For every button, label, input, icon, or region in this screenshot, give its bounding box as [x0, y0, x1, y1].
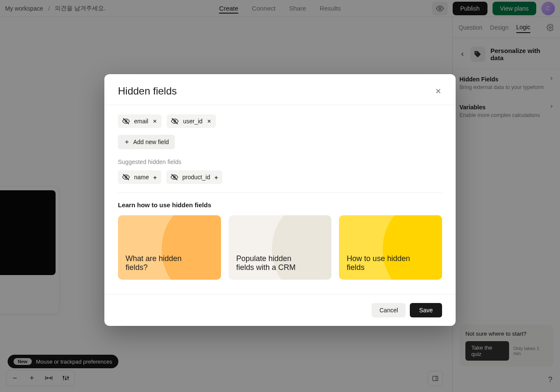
hidden-fields-modal: Hidden fields email user_id: [104, 74, 456, 326]
remove-field-button[interactable]: [152, 119, 157, 124]
cancel-button[interactable]: Cancel: [372, 303, 406, 317]
learn-card-populate-crm[interactable]: Populate hidden fields with a CRM: [229, 215, 332, 280]
save-button[interactable]: Save: [410, 303, 442, 317]
modal-overlay[interactable]: Hidden fields email user_id: [0, 0, 560, 392]
chip-label: name: [134, 174, 149, 181]
learn-card-how-to-use[interactable]: How to use hidden fields: [339, 215, 442, 280]
chip-label: user_id: [183, 118, 202, 125]
modal-title: Hidden fields: [118, 85, 177, 97]
add-suggested-button[interactable]: +: [214, 174, 218, 181]
modal-footer: Cancel Save: [104, 294, 456, 326]
field-chip-email: email: [118, 114, 162, 128]
learn-card-text: What are hidden fields?: [126, 254, 200, 272]
suggested-chip-product-id: product_id +: [166, 170, 222, 184]
suggested-label: Suggested hidden fields: [118, 158, 442, 165]
chip-label: email: [134, 118, 148, 125]
add-new-field-button[interactable]: Add new field: [118, 135, 175, 149]
hidden-icon: [122, 117, 130, 125]
field-chip-user-id: user_id: [167, 114, 216, 128]
chip-label: product_id: [182, 174, 210, 181]
learn-card-text: How to use hidden fields: [347, 254, 421, 272]
remove-field-button[interactable]: [207, 119, 212, 124]
learn-cards-row: What are hidden fields? Populate hidden …: [118, 215, 442, 291]
suggested-fields-row: name + product_id +: [118, 170, 442, 184]
learn-card-what-are[interactable]: What are hidden fields?: [118, 215, 221, 280]
close-icon: [152, 119, 157, 124]
add-suggested-button[interactable]: +: [153, 174, 157, 181]
hidden-icon: [122, 173, 130, 181]
hidden-icon: [171, 117, 179, 125]
close-icon: [207, 119, 212, 124]
learn-title: Learn how to use hidden fields: [118, 201, 442, 209]
hidden-icon: [171, 173, 178, 181]
close-icon: [434, 87, 442, 95]
current-fields-row: email user_id: [118, 114, 442, 128]
plus-icon: [124, 139, 130, 145]
learn-card-text: Populate hidden fields with a CRM: [236, 254, 311, 272]
suggested-chip-name: name +: [118, 170, 161, 184]
close-button[interactable]: [434, 87, 442, 95]
add-field-label: Add new field: [133, 139, 169, 145]
